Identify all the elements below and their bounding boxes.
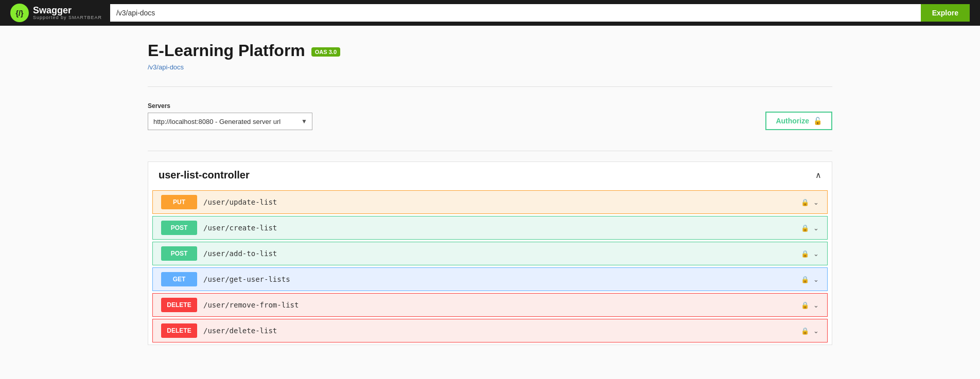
lock-icon-0-0: 🔒 [801,198,809,206]
servers-left: Servers http://localhost:8080 - Generate… [148,102,312,130]
lock-icon-0-3: 🔒 [801,276,809,283]
endpoint-row-0-5[interactable]: DELETE /user/delete-list 🔒 ⌄ [152,319,828,342]
chevron-icon-0-1: ⌄ [813,224,819,232]
endpoint-right-0-3: 🔒 ⌄ [801,276,819,283]
lock-icon-0-2: 🔒 [801,250,809,258]
endpoint-path-0-1: /user/create-list [203,224,277,232]
endpoint-right-0-5: 🔒 ⌄ [801,327,819,335]
endpoint-left-0-5: DELETE /user/delete-list [161,323,795,338]
servers-section: Servers http://localhost:8080 - Generate… [148,97,832,135]
page-title: E-Learning Platform [148,41,305,60]
chevron-icon-0-2: ⌄ [813,250,819,258]
header: {/} Swagger Supported by SMARTBEAR Explo… [0,0,980,26]
method-badge-0-5: DELETE [161,323,197,338]
oas-badge: OAS 3.0 [311,47,340,57]
endpoint-path-0-3: /user/get-user-lists [203,275,290,283]
chevron-icon-0-4: ⌄ [813,301,819,309]
lock-icon: 🔓 [813,117,822,125]
servers-select-wrap: http://localhost:8080 - Generated server… [148,113,312,130]
controller-section-0: user-list-controller ∧ PUT /user/update-… [148,161,832,345]
method-badge-0-1: POST [161,221,197,235]
method-badge-0-3: GET [161,272,197,286]
controller-title-0: user-list-controller [159,169,250,181]
chevron-icon-0-0: ⌄ [813,198,819,206]
endpoint-row-0-0[interactable]: PUT /user/update-list 🔒 ⌄ [152,190,828,214]
endpoint-right-0-0: 🔒 ⌄ [801,198,819,206]
search-area: Explore [110,4,970,22]
endpoint-row-0-2[interactable]: POST /user/add-to-list 🔒 ⌄ [152,242,828,265]
method-badge-0-4: DELETE [161,298,197,312]
controller-header-0[interactable]: user-list-controller ∧ [148,162,832,188]
explore-button[interactable]: Explore [921,4,970,22]
endpoint-path-0-0: /user/update-list [203,198,277,206]
method-badge-0-0: PUT [161,195,197,209]
swagger-title: Swagger Supported by SMARTBEAR [33,6,102,20]
lock-icon-0-4: 🔒 [801,301,809,309]
endpoint-right-0-4: 🔒 ⌄ [801,301,819,309]
endpoint-left-0-1: POST /user/create-list [161,221,795,235]
authorize-button[interactable]: Authorize 🔓 [765,112,832,130]
servers-label: Servers [148,102,312,110]
method-badge-0-2: POST [161,246,197,261]
chevron-icon-0-5: ⌄ [813,327,819,335]
endpoint-right-0-2: 🔒 ⌄ [801,250,819,258]
search-input[interactable] [110,4,921,22]
api-link[interactable]: /v3/api-docs [148,63,832,71]
endpoint-left-0-2: POST /user/add-to-list [161,246,795,261]
title-section: E-Learning Platform OAS 3.0 [148,41,832,60]
logo-area: {/} Swagger Supported by SMARTBEAR [10,4,102,22]
swagger-brand: Swagger [33,6,102,15]
endpoint-path-0-2: /user/add-to-list [203,249,277,258]
collapse-icon-0: ∧ [815,170,821,180]
endpoint-right-0-1: 🔒 ⌄ [801,224,819,232]
swagger-subbrand: Supported by SMARTBEAR [33,15,102,20]
lock-icon-0-1: 🔒 [801,224,809,232]
svg-text:{/}: {/} [16,9,24,17]
swagger-logo-icon: {/} [10,4,29,22]
controllers-container: user-list-controller ∧ PUT /user/update-… [148,161,832,345]
endpoint-row-0-4[interactable]: DELETE /user/remove-from-list 🔒 ⌄ [152,293,828,317]
authorize-label: Authorize [776,117,809,125]
endpoint-left-0-4: DELETE /user/remove-from-list [161,298,795,312]
endpoint-left-0-0: PUT /user/update-list [161,195,795,209]
endpoint-left-0-3: GET /user/get-user-lists [161,272,795,286]
divider2 [148,151,832,151]
chevron-icon-0-3: ⌄ [813,276,819,283]
main-content: E-Learning Platform OAS 3.0 /v3/api-docs… [137,26,843,364]
endpoint-path-0-4: /user/remove-from-list [203,301,299,309]
servers-select[interactable]: http://localhost:8080 - Generated server… [148,113,312,130]
endpoint-row-0-3[interactable]: GET /user/get-user-lists 🔒 ⌄ [152,267,828,291]
divider [148,86,832,87]
endpoint-path-0-5: /user/delete-list [203,327,277,335]
lock-icon-0-5: 🔒 [801,327,809,335]
endpoint-row-0-1[interactable]: POST /user/create-list 🔒 ⌄ [152,216,828,240]
